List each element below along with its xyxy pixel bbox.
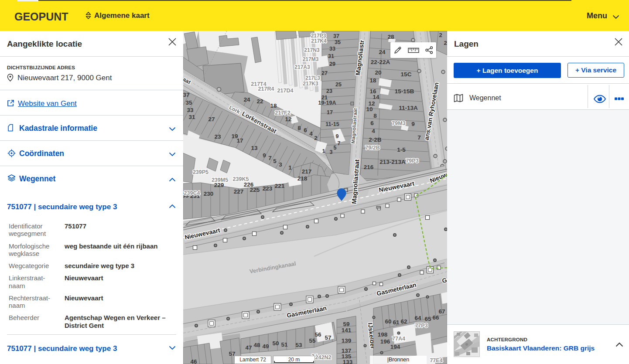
svg-text:2: 2 [439,32,442,38]
svg-text:1: 1 [322,148,325,154]
svg-text:7: 7 [338,140,341,146]
svg-text:50: 50 [272,340,279,347]
svg-text:51: 51 [281,341,288,348]
svg-text:23: 23 [214,133,221,140]
svg-text:27: 27 [208,116,215,122]
svg-text:139: 139 [342,337,352,344]
svg-text:35: 35 [335,39,341,45]
svg-text:239C4: 239C4 [184,190,200,196]
svg-text:242N2: 242N2 [315,354,332,361]
svg-text:7: 7 [417,134,421,141]
svg-text:15-15B: 15-15B [395,88,414,95]
svg-text:217: 217 [302,168,312,175]
svg-text:62: 62 [400,318,407,325]
svg-text:2: 2 [444,40,447,46]
svg-text:4: 4 [372,128,375,134]
svg-text:8: 8 [373,112,377,119]
svg-text:1-5: 1-5 [397,146,406,153]
svg-text:55: 55 [309,337,316,344]
svg-text:28: 28 [387,34,394,40]
svg-text:5: 5 [334,145,337,151]
svg-text:217L3: 217L3 [305,75,320,81]
svg-text:239M5: 239M5 [212,177,228,183]
svg-text:27: 27 [321,70,328,76]
svg-text:9: 9 [411,121,415,127]
svg-text:66: 66 [432,314,439,321]
svg-text:24: 24 [379,49,386,55]
svg-text:223: 223 [263,185,273,192]
svg-text:225: 225 [250,187,260,193]
svg-text:11-15: 11-15 [325,121,339,127]
svg-text:196: 196 [380,338,390,345]
svg-text:23: 23 [326,88,332,94]
svg-text:8: 8 [297,125,301,131]
svg-text:77E4: 77E4 [430,357,442,364]
svg-text:46: 46 [190,358,197,364]
svg-text:37: 37 [183,92,190,98]
svg-text:217N3: 217N3 [304,47,320,53]
svg-text:67: 67 [438,308,445,315]
svg-text:230: 230 [204,191,214,197]
svg-text:15C: 15C [401,71,412,78]
svg-text:221: 221 [275,183,285,189]
svg-text:12: 12 [285,116,291,122]
svg-text:79/2B: 79/2B [365,145,379,151]
svg-text:13: 13 [251,145,258,151]
svg-text:141: 141 [342,327,352,333]
svg-text:17: 17 [327,109,333,116]
svg-text:29: 29 [329,61,335,67]
svg-text:4: 4 [309,130,313,137]
svg-text:14: 14 [373,94,379,100]
svg-text:217D4: 217D4 [277,88,294,94]
svg-text:216: 216 [364,164,374,170]
svg-text:217A3: 217A3 [294,64,310,70]
svg-text:18: 18 [270,102,277,109]
svg-text:57: 57 [325,334,331,341]
svg-text:217K3: 217K3 [303,81,318,87]
svg-text:20: 20 [375,69,381,76]
svg-text:35: 35 [185,99,192,106]
svg-text:217R4: 217R4 [258,86,274,92]
svg-text:198: 198 [378,331,388,338]
svg-text:239K5: 239K5 [233,176,249,182]
svg-text:79M3: 79M3 [392,120,405,126]
svg-text:239P5: 239P5 [193,169,209,175]
svg-text:5: 5 [273,158,277,164]
svg-text:49: 49 [262,343,269,350]
svg-text:31: 31 [188,114,195,120]
svg-text:133: 133 [343,359,353,364]
svg-text:65: 65 [424,316,431,322]
svg-text:217F2: 217F2 [275,110,290,116]
svg-text:61: 61 [393,319,400,326]
svg-text:2-2B: 2-2B [369,136,382,143]
svg-text:79P3: 79P3 [406,158,418,164]
svg-text:10: 10 [366,106,373,112]
svg-text:64: 64 [414,315,421,321]
svg-text:17: 17 [236,137,243,144]
svg-text:18: 18 [369,77,376,84]
svg-text:194: 194 [390,344,400,350]
svg-text:11-13A: 11-13A [399,105,418,111]
svg-text:9: 9 [263,152,266,159]
svg-text:217K4: 217K4 [311,38,327,44]
svg-text:33: 33 [329,46,335,52]
svg-text:31: 31 [328,53,334,59]
svg-text:217M3: 217M3 [303,56,319,62]
svg-text:19-19A: 19-19A [318,100,336,106]
svg-text:1: 1 [288,164,292,171]
svg-text:56: 56 [314,331,321,338]
svg-text:6: 6 [304,127,307,133]
svg-text:7: 7 [268,155,272,161]
svg-text:3: 3 [330,149,333,155]
svg-text:9: 9 [336,133,339,139]
svg-text:22: 22 [256,98,263,105]
svg-text:53: 53 [295,342,302,348]
svg-text:48: 48 [253,342,260,348]
svg-text:33: 33 [187,107,194,113]
svg-text:24: 24 [243,96,250,103]
svg-text:3: 3 [279,161,282,168]
svg-text:22-22A: 22-22A [371,59,390,65]
svg-text:47: 47 [245,344,252,351]
svg-text:77A4: 77A4 [392,336,405,342]
svg-text:25: 25 [335,82,342,88]
